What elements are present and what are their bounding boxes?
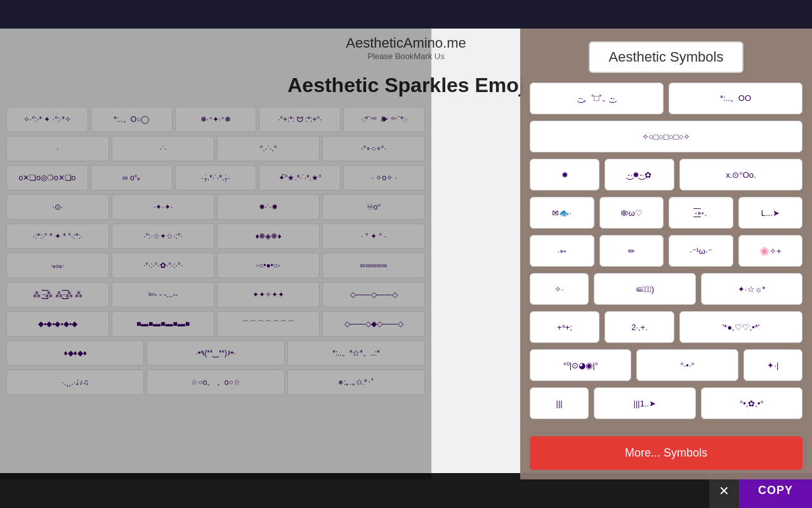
symbol-button[interactable]: 🌸✧+	[738, 235, 803, 267]
symbol-button[interactable]: ✦·☆☼*	[701, 273, 802, 305]
symbol-button[interactable]: '*●,♡♡,•*'	[679, 311, 802, 343]
symbol-button[interactable]: ✦·|	[743, 349, 802, 381]
symbol-button[interactable]: ·͟͞➳.	[669, 197, 733, 229]
symbol-button[interactable]: °·•·°	[636, 349, 738, 381]
symbol-button[interactable]: |||	[530, 387, 589, 419]
symbol-row-6: ✧· ⊂̶⌒̊̈) ✦·☆☼*	[530, 273, 802, 305]
symbol-row-9: ||| |||1..➤ °•,✿,•°	[530, 387, 802, 419]
close-button[interactable]: ✕	[709, 483, 739, 498]
symbol-row-7: +ᵃ+; 2·,+. '*●,♡♡,•*'	[530, 311, 802, 343]
symbol-button[interactable]: ·⁻¹ω·⁻	[669, 235, 733, 267]
top-navigation-bar	[0, 0, 812, 29]
symbol-button[interactable]: °⁰|⊙◕◉|°	[530, 349, 631, 381]
symbol-button[interactable]: 𑁍ω♡	[599, 197, 664, 229]
symbol-button[interactable]: ✸	[530, 159, 599, 190]
symbol-button[interactable]: 2·,+.	[605, 311, 674, 343]
symbol-button[interactable]: ⊂̶⌒̊̈)	[594, 273, 695, 305]
symbol-button[interactable]: x.⊙°Oo.	[679, 159, 802, 190]
more-symbols-button[interactable]: More... Symbols	[530, 436, 802, 470]
symbol-row-4: ✉🐟· 𑁍ω♡ ·͟͞➳. L...➤	[530, 197, 802, 229]
symbol-row-3: ✸ ·͜·✸·͜·✿ x.⊙°Oo.	[530, 159, 802, 190]
symbol-button[interactable]: |||1..➤	[594, 387, 695, 419]
symbol-row-2: ✧○□○□○□○✧	[530, 121, 802, 152]
dim-overlay	[0, 29, 431, 479]
symbol-button[interactable]: ·͜·。˚□˚。·͜·	[530, 83, 664, 114]
symbol-button[interactable]: °•,✿,•°	[701, 387, 802, 419]
overlay-title: Aesthetic Symbols	[589, 41, 744, 73]
symbol-popup-panel: Aesthetic Symbols ·͜·。˚□˚。·͜· *:..。OO ✧○…	[520, 29, 812, 479]
symbol-button[interactable]: *:..。OO	[669, 83, 802, 114]
symbol-button[interactable]: ✧○□○□○□○✧	[530, 121, 802, 152]
symbol-button[interactable]: ·͜·✸·͜·✿	[605, 159, 674, 190]
symbol-button[interactable]: +ᵃ+;	[530, 311, 599, 343]
main-content-area: AestheticAmino.me Please BookMark Us Aes…	[0, 29, 812, 508]
symbol-button[interactable]: L...➤	[738, 197, 803, 229]
symbol-button[interactable]: ✉🐟·	[530, 197, 594, 229]
symbol-row-5: ·➳ ✏ ·⁻¹ω·⁻ 🌸✧+	[530, 235, 802, 267]
symbol-row-1: ·͜·。˚□˚。·͜· *:..。OO	[530, 83, 802, 114]
symbol-row-8: °⁰|⊙◕◉|° °·•·° ✦·|	[530, 349, 802, 381]
symbol-button[interactable]: ✧·	[530, 273, 589, 305]
symbol-button[interactable]: ✏	[599, 235, 664, 267]
symbol-button[interactable]: ·➳	[530, 235, 594, 267]
